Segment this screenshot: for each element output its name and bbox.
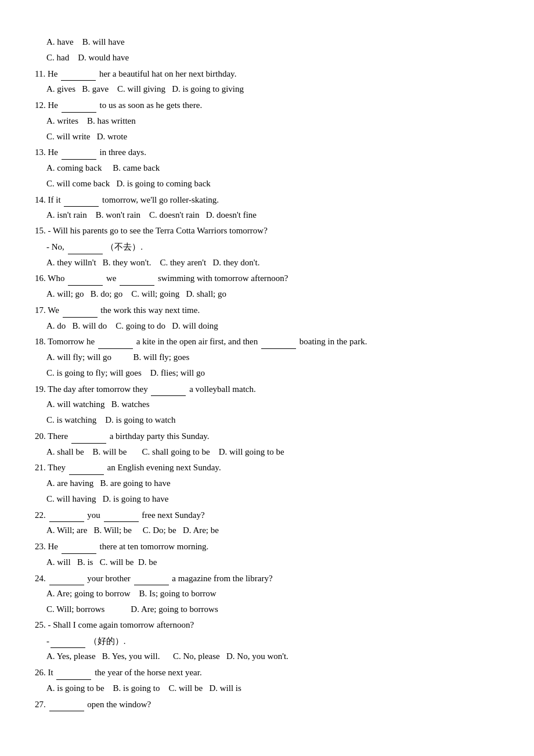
- line-a-have: A. have B. will have: [35, 35, 499, 49]
- blank-16a: [68, 271, 103, 286]
- question-23: 23. He there at ten tomorrow morning.: [35, 539, 499, 554]
- blank-22b: [104, 507, 139, 523]
- question-16-text: 16. Who we swimming with tomorrow aftern…: [35, 273, 288, 283]
- question-14: 14. If it tomorrow, we'll go roller-skat…: [35, 192, 499, 207]
- question-17: 17. We the work this way next time.: [35, 303, 499, 318]
- options-17-text: A. do B. will do C. going to do D. will …: [46, 321, 218, 330]
- blank-11: [61, 66, 96, 81]
- blank-22a: [49, 507, 84, 523]
- chinese-25: （好的）: [89, 636, 124, 646]
- options-23: A. will B. is C. will be D. be: [35, 555, 499, 570]
- options-18a: A. will fly; will go B. will fly; goes: [35, 350, 499, 365]
- options-14-text: A. isn't rain B. won't rain C. doesn't r…: [46, 210, 257, 219]
- options-13a: A. coming back B. came back: [35, 161, 499, 175]
- question-24: 24. your brother a magazine from the lib…: [35, 571, 499, 586]
- blank-17: [63, 303, 98, 318]
- chinese-15: （不去）: [106, 242, 140, 251]
- options-11: A. gives B. gave C. will giving D. is go…: [35, 82, 499, 96]
- question-22: 22. you free next Sunday?: [35, 507, 499, 523]
- options-26-text: A. is going to be B. is going to C. will…: [46, 683, 241, 693]
- options-21a: A. are having B. are going to have: [35, 476, 499, 491]
- blank-24b: [134, 571, 169, 586]
- blank-20: [71, 429, 106, 444]
- options-18a-text: A. will fly; will go B. will fly; goes: [46, 352, 189, 362]
- options-23-text: A. will B. is C. will be D. be: [46, 557, 157, 567]
- question-13: 13. He in three days.: [35, 145, 499, 160]
- question-11: 11. He her a beautiful hat on her next b…: [35, 66, 499, 81]
- options-19a-text: A. will watching B. watches: [46, 399, 149, 409]
- question-15b-text: - No, （不去）.: [46, 242, 143, 251]
- question-21-text: 21. They an English evening next Sunday.: [35, 463, 221, 472]
- question-27-text: 27. open the window?: [35, 700, 151, 709]
- question-21: 21. They an English evening next Sunday.: [35, 460, 499, 475]
- question-12-text: 12. He to us as soon as he gets there.: [35, 100, 202, 110]
- main-content: A. have B. will have C. had D. would hav…: [35, 35, 499, 711]
- question-23-text: 23. He there at ten tomorrow morning.: [35, 542, 208, 551]
- question-11-text: 11. He her a beautiful hat on her next b…: [35, 69, 236, 78]
- options-22: A. Will; are B. Will; be C. Do; be D. Ar…: [35, 523, 499, 538]
- options-24a-text: A. Are; going to borrow B. Is; going to …: [46, 589, 216, 598]
- options-12b-text: C. will write D. wrote: [46, 132, 127, 141]
- options-24a: A. Are; going to borrow B. Is; going to …: [35, 586, 499, 601]
- blank-14: [64, 192, 99, 207]
- question-15: 15. - Will his parents go to see the Ter…: [35, 224, 499, 238]
- option-c-had: C. had D. would have: [46, 53, 129, 62]
- options-16: A. will; go B. do; go C. will; going D. …: [35, 287, 499, 301]
- options-12a: A. writes B. has written: [35, 114, 499, 128]
- blank-24a: [49, 571, 84, 586]
- options-12b: C. will write D. wrote: [35, 129, 499, 144]
- blank-12: [62, 98, 96, 113]
- options-24b: C. Will; borrows D. Are; going to borrow…: [35, 602, 499, 617]
- options-13a-text: A. coming back B. came back: [46, 163, 160, 172]
- options-19a: A. will watching B. watches: [35, 397, 499, 412]
- question-12: 12. He to us as soon as he gets there.: [35, 98, 499, 113]
- options-20-text: A. shall be B. will be C. shall going to…: [46, 447, 284, 456]
- question-16: 16. Who we swimming with tomorrow aftern…: [35, 271, 499, 286]
- options-18b-text: C. is going to fly; will goes D. flies; …: [46, 368, 205, 377]
- blank-18b: [261, 334, 296, 349]
- options-17: A. do B. will do C. going to do D. will …: [35, 319, 499, 333]
- question-18: 18. Tomorrow he a kite in the open air f…: [35, 334, 499, 349]
- options-25: A. Yes, please B. Yes, you will. C. No, …: [35, 649, 499, 664]
- options-24b-text: C. Will; borrows D. Are; going to borrow…: [46, 604, 218, 614]
- question-18-text: 18. Tomorrow he a kite in the open air f…: [35, 337, 367, 346]
- question-26-text: 26. It the year of the horse next year.: [35, 668, 202, 677]
- option-a-have: A. have B. will have: [46, 37, 125, 46]
- blank-23: [62, 539, 96, 554]
- options-19b-text: C. is watching D. is going to watch: [46, 415, 175, 424]
- blank-26: [56, 665, 91, 680]
- blank-13: [62, 145, 96, 160]
- question-19: 19. The day after tomorrow they a volley…: [35, 381, 499, 397]
- options-15: A. they willn't B. they won't. C. they a…: [35, 255, 499, 270]
- question-27: 27. open the window?: [35, 697, 499, 712]
- blank-27: [49, 697, 84, 712]
- blank-16b: [120, 271, 154, 286]
- question-25: 25. - Shall I come again tomorrow aftern…: [35, 618, 499, 632]
- question-26: 26. It the year of the horse next year.: [35, 665, 499, 680]
- question-15-text: 15. - Will his parents go to see the Ter…: [35, 226, 268, 235]
- options-19b: C. is watching D. is going to watch: [35, 413, 499, 427]
- question-17-text: 17. We the work this way next time.: [35, 305, 200, 315]
- options-26: A. is going to be B. is going to C. will…: [35, 681, 499, 696]
- options-25-text: A. Yes, please B. Yes, you will. C. No, …: [46, 651, 288, 661]
- options-13b-text: C. will come back D. is going to coming …: [46, 179, 211, 188]
- question-13-text: 13. He in three days.: [35, 147, 146, 157]
- question-22-text: 22. you free next Sunday?: [35, 510, 205, 520]
- question-15b: - No, （不去）.: [35, 239, 499, 254]
- options-12a-text: A. writes B. has written: [46, 116, 136, 125]
- options-20: A. shall be B. will be C. shall going to…: [35, 445, 499, 459]
- question-20-text: 20. There a birthday party this Sunday.: [35, 431, 210, 441]
- options-16-text: A. will; go B. do; go C. will; going D. …: [46, 289, 226, 298]
- question-24-text: 24. your brother a magazine from the lib…: [35, 574, 273, 583]
- question-20: 20. There a birthday party this Sunday.: [35, 429, 499, 444]
- blank-19: [151, 381, 186, 397]
- options-18b: C. is going to fly; will goes D. flies; …: [35, 366, 499, 380]
- line-c-had: C. had D. would have: [35, 51, 499, 65]
- blank-15: [68, 239, 103, 254]
- options-13b: C. will come back D. is going to coming …: [35, 177, 499, 191]
- blank-21: [69, 460, 104, 475]
- options-14: A. isn't rain B. won't rain C. doesn't r…: [35, 208, 499, 222]
- question-14-text: 14. If it tomorrow, we'll go roller-skat…: [35, 195, 219, 204]
- question-19-text: 19. The day after tomorrow they a volley…: [35, 384, 256, 394]
- options-21a-text: A. are having B. are going to have: [46, 478, 171, 488]
